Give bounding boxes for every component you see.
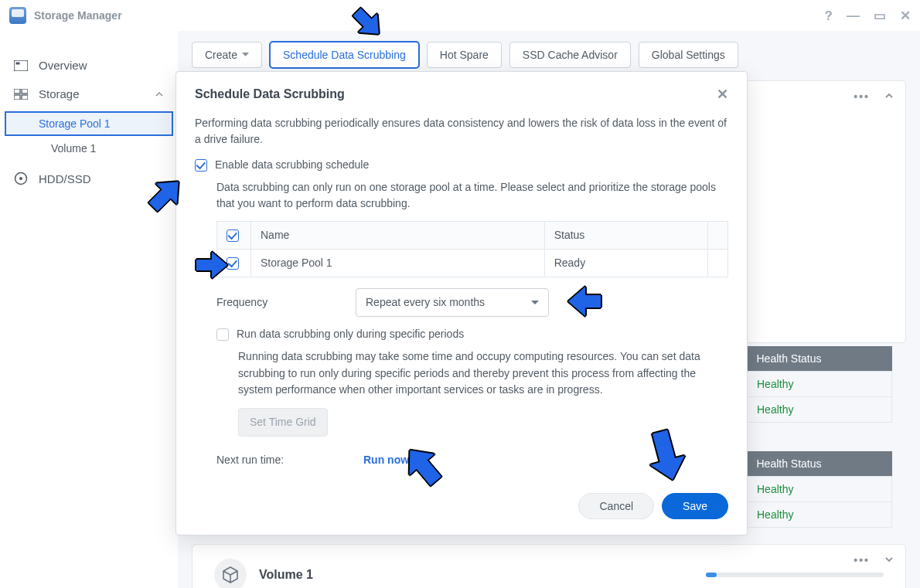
modal-title: Schedule Data Scrubbing <box>195 87 345 101</box>
schedule-label: Schedule Data Scrubbing <box>283 49 406 61</box>
svg-rect-5 <box>22 95 28 100</box>
column-header-name: Name <box>251 222 545 250</box>
schedule-data-scrubbing-modal: Schedule Data Scrubbing ✕ Performing dat… <box>175 71 748 535</box>
frequency-value: Repeat every six months <box>366 294 485 311</box>
specific-periods-label: Run data scrubbing only during specific … <box>237 326 464 342</box>
panel-expand-icon[interactable] <box>884 554 894 567</box>
enable-schedule-label: Enable data scrubbing schedule <box>215 157 369 173</box>
health-header-2: Health Status <box>746 451 892 477</box>
svg-rect-2 <box>14 89 20 93</box>
column-header-status: Status <box>544 222 707 250</box>
panel-collapse-icon[interactable] <box>884 90 894 104</box>
health-row: Healthy <box>746 372 892 397</box>
hot-spare-button[interactable]: Hot Spare <box>427 42 502 68</box>
svg-rect-4 <box>14 95 20 100</box>
chevron-up-icon <box>155 90 164 99</box>
storage-icon <box>14 89 28 100</box>
storage-pool-table: Name Status Storage Pool 1 Ready <box>216 221 728 277</box>
maximize-icon[interactable]: ▭ <box>874 9 886 22</box>
health-status-table-1: Health Status Healthy Healthy <box>745 346 892 423</box>
panel-more-icon[interactable]: ••• <box>854 554 870 566</box>
window-title: Storage Manager <box>34 9 122 22</box>
caret-down-icon <box>531 301 539 305</box>
minimize-icon[interactable]: — <box>847 9 860 22</box>
frequency-select[interactable]: Repeat every six months <box>356 288 549 317</box>
window-controls: ? — ▭ ✕ <box>825 9 911 22</box>
title-bar: Storage Manager ? — ▭ ✕ <box>0 0 920 31</box>
enable-schedule-checkbox-row[interactable]: Enable data scrubbing schedule <box>195 157 728 173</box>
modal-close-icon[interactable]: ✕ <box>717 86 728 103</box>
sidebar-item-storage-pool-1[interactable]: Storage Pool 1 <box>5 111 173 136</box>
overview-icon <box>14 60 28 71</box>
modal-intro-text: Performing data scrubbing periodically e… <box>195 115 728 148</box>
health-status-table-2: Health Status Healthy Healthy <box>745 451 892 528</box>
ssd-label: SSD Cache Advisor <box>523 49 618 61</box>
sidebar-label-storage-pool: Storage Pool 1 <box>39 117 111 130</box>
sidebar-label-hdd: HDD/SSD <box>39 172 91 185</box>
caret-down-icon <box>242 53 249 57</box>
set-time-grid-button: Set Time Grid <box>238 408 328 437</box>
volume-title: Volume 1 <box>259 568 313 582</box>
table-row[interactable]: Storage Pool 1 Ready <box>217 250 728 277</box>
enable-schedule-checkbox[interactable] <box>195 159 207 172</box>
cancel-button[interactable]: Cancel <box>578 493 654 519</box>
health-row: Healthy <box>746 502 892 528</box>
schedule-data-scrubbing-button[interactable]: Schedule Data Scrubbing <box>270 42 419 68</box>
sidebar-label-storage: Storage <box>39 87 80 100</box>
specific-periods-note: Running data scrubbing may take some tim… <box>238 348 728 399</box>
sidebar-label-overview: Overview <box>39 59 87 72</box>
pool-row-checkbox[interactable] <box>227 257 239 270</box>
pool-note-text: Data scrubbing can only run on one stora… <box>195 179 728 212</box>
run-now-link[interactable]: Run now <box>363 452 409 468</box>
sidebar-label-volume: Volume 1 <box>51 142 96 155</box>
svg-rect-3 <box>22 89 28 93</box>
sidebar-item-hdd-ssd[interactable]: HDD/SSD <box>0 164 178 193</box>
global-settings-button[interactable]: Global Settings <box>639 42 738 68</box>
sidebar-item-volume-1[interactable]: Volume 1 <box>0 136 178 161</box>
close-icon[interactable]: ✕ <box>900 9 911 22</box>
volume-usage-bar <box>706 573 884 577</box>
volume-panel: ••• Volume 1 <box>192 544 906 588</box>
select-all-checkbox[interactable] <box>227 229 239 242</box>
svg-rect-0 <box>14 60 28 71</box>
sidebar-item-overview[interactable]: Overview <box>0 51 178 80</box>
pool-row-status: Ready <box>544 250 707 277</box>
create-button[interactable]: Create <box>192 42 262 68</box>
pool-row-name: Storage Pool 1 <box>251 250 545 277</box>
hotspare-label: Hot Spare <box>440 49 489 61</box>
disk-icon <box>14 172 28 185</box>
panel-more-icon[interactable]: ••• <box>854 90 870 103</box>
specific-periods-checkbox-row[interactable]: Run data scrubbing only during specific … <box>195 326 728 342</box>
toolbar: Create Schedule Data Scrubbing Hot Spare… <box>192 42 906 68</box>
health-header-1: Health Status <box>746 346 892 372</box>
volume-icon <box>214 559 247 588</box>
sidebar-item-storage[interactable]: Storage <box>0 80 178 108</box>
save-button[interactable]: Save <box>662 493 728 519</box>
svg-rect-1 <box>16 62 20 64</box>
next-run-time-label: Next run time: <box>216 452 363 468</box>
svg-point-7 <box>19 177 22 180</box>
frequency-label: Frequency <box>216 294 340 311</box>
health-row: Healthy <box>746 397 892 423</box>
app-icon <box>9 7 26 24</box>
ssd-cache-advisor-button[interactable]: SSD Cache Advisor <box>509 42 631 68</box>
create-label: Create <box>205 49 237 61</box>
specific-periods-checkbox[interactable] <box>216 328 229 341</box>
global-label: Global Settings <box>652 49 725 61</box>
sidebar: Overview Storage Storage Pool 1 Volume 1… <box>0 31 178 588</box>
help-icon[interactable]: ? <box>825 9 833 22</box>
health-row: Healthy <box>746 477 892 502</box>
